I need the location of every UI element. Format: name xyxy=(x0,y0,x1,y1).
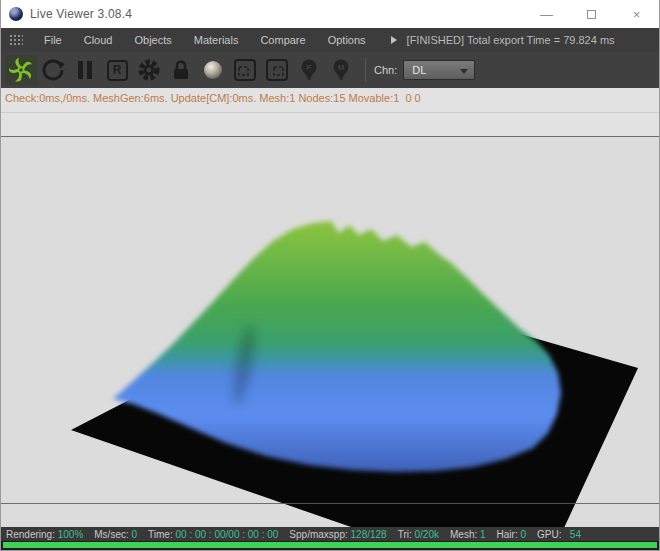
octane-logo-icon xyxy=(9,58,33,82)
status-tri: Tri: 0/20k xyxy=(398,529,439,540)
focus-pin-letter: F xyxy=(307,63,312,72)
status-time: Time: 00 : 00 : 00/00 : 00 : 00 xyxy=(148,529,278,540)
status-mesh: Mesh: 1 xyxy=(450,529,486,540)
material-picker-button[interactable]: M xyxy=(325,55,357,85)
update-strip: Check:0ms,/0ms. MeshGen:6ms. Update[CM]:… xyxy=(1,88,659,137)
refresh-icon xyxy=(41,58,65,82)
menu-compare[interactable]: Compare xyxy=(249,34,316,46)
maximize-icon xyxy=(587,10,596,19)
status-mssec: Ms/sec: 0 xyxy=(94,529,137,540)
film-region-icon xyxy=(264,57,290,83)
channel-dropdown[interactable]: DL xyxy=(403,60,475,80)
statusbar: Rendering: 100% Ms/sec: 0 Time: 00 : 00 … xyxy=(1,527,659,541)
refresh-button[interactable] xyxy=(37,55,69,85)
render-progress-track xyxy=(1,541,659,550)
close-button[interactable]: × xyxy=(614,0,659,28)
lock-icon xyxy=(169,58,193,82)
render-viewport[interactable] xyxy=(1,137,659,527)
update-strip-divider xyxy=(1,112,659,113)
live-viewer-window: Live Viewer 3.08.4 — × File Cloud Object… xyxy=(0,0,660,551)
status-rendering: Rendering: 100% xyxy=(6,529,83,540)
render-region-icon xyxy=(232,57,258,83)
menu-cloud[interactable]: Cloud xyxy=(73,34,124,46)
pause-icon xyxy=(74,59,96,81)
chevron-down-icon xyxy=(460,69,468,74)
titlebar[interactable]: Live Viewer 3.08.4 — × xyxy=(1,0,659,28)
octane-logo-button[interactable] xyxy=(5,55,37,85)
channel-value: DL xyxy=(412,64,426,76)
menu-materials[interactable]: Materials xyxy=(183,34,250,46)
expand-arrow-icon[interactable] xyxy=(391,36,397,44)
focus-picker-button[interactable]: F xyxy=(293,55,325,85)
render-canvas xyxy=(1,137,659,527)
menu-objects[interactable]: Objects xyxy=(123,34,182,46)
focus-picker-pin-icon: F xyxy=(296,56,322,84)
material-ball-button[interactable] xyxy=(197,55,229,85)
menu-options[interactable]: Options xyxy=(317,34,377,46)
lock-button[interactable] xyxy=(165,55,197,85)
render-region-button[interactable] xyxy=(229,55,261,85)
minimize-button[interactable]: — xyxy=(524,0,569,28)
channel-label: Chn: xyxy=(374,64,397,76)
pause-button[interactable] xyxy=(69,55,101,85)
window-title: Live Viewer 3.08.4 xyxy=(30,7,132,21)
menu-file[interactable]: File xyxy=(33,34,73,46)
material-picker-pin-icon: M xyxy=(328,56,354,84)
update-timing-text: Check:0ms,/0ms. MeshGen:6ms. Update[CM]:… xyxy=(1,88,659,104)
gear-icon xyxy=(136,57,162,83)
render-progress-fill xyxy=(3,542,657,548)
restart-render-icon: R xyxy=(107,60,128,81)
status-gpu: GPU: 54 xyxy=(537,529,581,540)
material-pin-letter: M xyxy=(338,63,345,72)
status-hair: Hair: 0 xyxy=(497,529,526,540)
film-region-button[interactable] xyxy=(261,55,293,85)
export-status-text: [FINISHED] Total export Time = 79.824 ms xyxy=(407,34,615,46)
status-spp: Spp/maxspp: 128/128 xyxy=(289,529,386,540)
material-ball-icon xyxy=(201,58,225,82)
menubar: File Cloud Objects Materials Compare Opt… xyxy=(1,28,659,52)
toolbar: R xyxy=(1,52,659,88)
maximize-button[interactable] xyxy=(569,0,614,28)
viewport-hairline xyxy=(1,503,659,504)
restart-render-button[interactable]: R xyxy=(101,55,133,85)
drag-handle-icon[interactable] xyxy=(9,34,23,46)
app-icon xyxy=(9,7,23,21)
settings-button[interactable] xyxy=(133,55,165,85)
toolbar-separator xyxy=(365,58,366,82)
